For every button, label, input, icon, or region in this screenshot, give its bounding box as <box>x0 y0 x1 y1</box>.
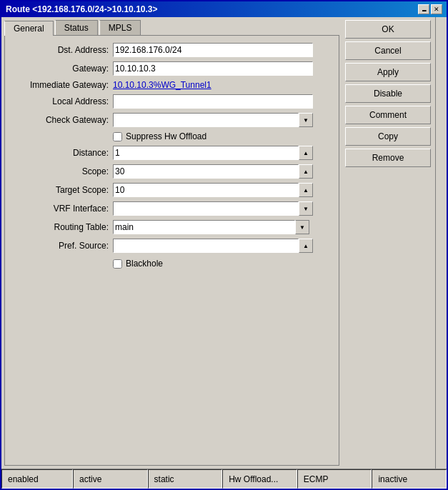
left-panel: General Status MPLS Dst. Address: Gatewa… <box>1 17 342 469</box>
routing-table-input[interactable] <box>113 220 295 234</box>
target-scope-row: Target Scope: ▲ <box>12 183 332 197</box>
scrollbar[interactable] <box>435 17 447 469</box>
target-scope-field: ▲ <box>113 183 313 197</box>
status-active: active <box>73 469 148 489</box>
distance-input[interactable] <box>113 146 299 160</box>
main-content: General Status MPLS Dst. Address: Gatewa… <box>1 17 447 469</box>
scope-input[interactable] <box>113 164 299 179</box>
window-title: Route <192.168.176.0/24->10.10.10.3> <box>6 4 158 14</box>
status-inactive: inactive <box>372 469 447 489</box>
distance-label: Distance: <box>12 148 109 158</box>
routing-table-dropdown-btn[interactable]: ▼ <box>295 220 309 234</box>
routing-table-field: ▼ <box>113 220 309 234</box>
tab-status[interactable]: Status <box>55 20 98 35</box>
tab-mpls[interactable]: MPLS <box>99 20 141 35</box>
scope-label: Scope: <box>12 166 109 176</box>
remove-button[interactable]: Remove <box>345 149 431 167</box>
distance-up-btn[interactable]: ▲ <box>299 146 313 160</box>
check-gateway-input[interactable] <box>113 113 299 127</box>
routing-table-label: Routing Table: <box>12 222 109 232</box>
suppress-hw-row: Suppress Hw Offload <box>12 131 332 141</box>
pref-source-label: Pref. Source: <box>12 241 109 251</box>
main-window: Route <192.168.176.0/24->10.10.10.3> 🗕 ✕… <box>0 0 448 490</box>
dst-address-row: Dst. Address: <box>12 43 332 57</box>
immediate-gateway-label: Immediate Gateway: <box>12 80 109 90</box>
check-gateway-field: ▼ <box>113 113 313 127</box>
gateway-input[interactable] <box>113 61 313 76</box>
cancel-button[interactable]: Cancel <box>345 41 431 60</box>
local-address-label: Local Address: <box>12 96 109 106</box>
right-panel: OK Cancel Apply Disable Comment Copy Rem… <box>342 17 435 469</box>
disable-button[interactable]: Disable <box>345 84 431 103</box>
comment-button[interactable]: Comment <box>345 106 431 124</box>
pref-source-row: Pref. Source: ▲ <box>12 239 332 253</box>
immediate-gateway-link[interactable]: 10.10.10.3%WG_Tunnel1 <box>113 80 211 90</box>
suppress-hw-checkbox[interactable] <box>113 132 122 141</box>
pref-source-input[interactable] <box>113 239 299 253</box>
tab-bar: General Status MPLS <box>4 20 339 35</box>
vrf-interface-field: ▼ <box>113 201 313 216</box>
dst-address-label: Dst. Address: <box>12 45 109 55</box>
vrf-interface-row: VRF Interface: ▼ <box>12 201 332 216</box>
target-scope-input[interactable] <box>113 183 299 197</box>
apply-button[interactable]: Apply <box>345 63 431 81</box>
tab-general[interactable]: General <box>4 21 54 36</box>
distance-field: ▲ <box>113 146 313 160</box>
blackhole-row: Blackhole <box>12 259 332 269</box>
vrf-interface-label: VRF Interface: <box>12 204 109 214</box>
scope-row: Scope: ▲ <box>12 164 332 179</box>
blackhole-checkbox[interactable] <box>113 259 122 269</box>
check-gateway-row: Check Gateway: ▼ <box>12 113 332 127</box>
ok-button[interactable]: OK <box>345 20 431 39</box>
close-button[interactable]: ✕ <box>431 4 442 14</box>
status-enabled: enabled <box>1 469 73 489</box>
form-panel: Dst. Address: Gateway: Immediate Gateway… <box>4 35 339 466</box>
status-static: static <box>148 469 223 489</box>
status-ecmp: ECMP <box>297 469 372 489</box>
check-gateway-label: Check Gateway: <box>12 115 109 125</box>
minimize-button[interactable]: 🗕 <box>418 4 429 14</box>
status-bar: enabled active static Hw Offload... ECMP… <box>1 469 447 489</box>
dst-address-input[interactable] <box>113 43 313 57</box>
local-address-row: Local Address: <box>12 94 332 109</box>
copy-button[interactable]: Copy <box>345 127 431 146</box>
pref-source-field: ▲ <box>113 239 313 253</box>
local-address-input[interactable] <box>113 94 313 109</box>
routing-table-row: Routing Table: ▼ <box>12 220 332 234</box>
blackhole-label: Blackhole <box>126 259 163 269</box>
gateway-label: Gateway: <box>12 64 109 74</box>
scope-up-btn[interactable]: ▲ <box>299 164 313 179</box>
status-hw-offload: Hw Offload... <box>222 469 297 489</box>
distance-row: Distance: ▲ <box>12 146 332 160</box>
vrf-interface-input[interactable] <box>113 201 299 216</box>
check-gateway-dropdown-btn[interactable]: ▼ <box>299 113 313 127</box>
gateway-row: Gateway: <box>12 61 332 76</box>
target-scope-up-btn[interactable]: ▲ <box>299 183 313 197</box>
scope-field: ▲ <box>113 164 313 179</box>
target-scope-label: Target Scope: <box>12 185 109 195</box>
suppress-hw-label: Suppress Hw Offload <box>126 131 206 141</box>
vrf-interface-dropdown-btn[interactable]: ▼ <box>299 201 313 216</box>
immediate-gateway-row: Immediate Gateway: 10.10.10.3%WG_Tunnel1 <box>12 80 332 90</box>
title-bar: Route <192.168.176.0/24->10.10.10.3> 🗕 ✕ <box>1 1 447 17</box>
pref-source-up-btn[interactable]: ▲ <box>299 239 313 253</box>
title-bar-buttons: 🗕 ✕ <box>418 4 442 14</box>
